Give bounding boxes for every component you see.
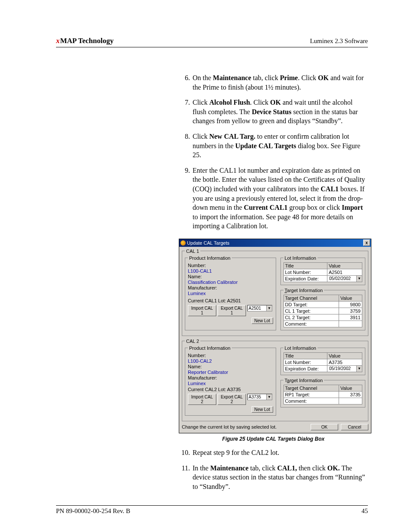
import-cal1-button[interactable]: Import CAL 1 [188, 305, 216, 316]
step-8: 8. Click New CAL Targ. to enter or confi… [179, 132, 368, 160]
cal1-product-number: L100-CAL1 [188, 268, 273, 274]
ok-button[interactable]: OK [311, 424, 338, 430]
cal2-expiration-date[interactable]: 05/19/2002 ▼ [327, 365, 362, 372]
cal2-current-lot: Current CAL2 Lot: A3735 [188, 387, 273, 392]
dialog-hint: Change the current lot by saving selecte… [182, 424, 277, 429]
page-number: 45 [361, 507, 368, 515]
cal1-current-lot: Current CAL1 Lot: A2501 [188, 298, 273, 303]
cal1-product-name: Classification Calibrator [188, 280, 273, 285]
dialog-title: Update CAL Targets [187, 240, 229, 246]
cal2-product-number: L100-CAL2 [188, 358, 273, 364]
close-icon[interactable]: x [363, 240, 370, 246]
cal2-group: CAL 2 Product Information Number: L100-C… [182, 339, 368, 421]
page-footer: PN 89-00002-00-254 Rev. B 45 [56, 505, 368, 515]
new-lot-cal2-button[interactable]: New Lot [252, 406, 273, 413]
chevron-down-icon: ▼ [266, 394, 272, 400]
figure-caption: Figure 25 Update CAL Targets Dialog Box [179, 436, 368, 442]
software-name: Luminex 2.3 Software [310, 37, 368, 45]
cal2-rp1-target[interactable]: 3735 [339, 391, 362, 398]
cal1-target-info: TTarget Informationarget Information Tar… [280, 288, 366, 330]
cal2-product-name: Reporter Calibrator [188, 370, 273, 375]
brand-name: MAP Technology [60, 37, 114, 45]
body-text: 6. On the Maintenance tab, click Prime. … [179, 73, 368, 491]
new-lot-cal1-button[interactable]: New Lot [252, 317, 273, 324]
chevron-down-icon: ▼ [356, 276, 362, 282]
import-cal2-button[interactable]: Import CAL 2 [188, 394, 216, 405]
export-cal1-button[interactable]: Export CAL 1 [218, 305, 246, 316]
brand-prefix: x [56, 37, 60, 45]
cal1-lot-info: Lot Information TitleValue Lot Number:A2… [280, 255, 366, 285]
step-6: 6. On the Maintenance tab, click Prime. … [179, 73, 368, 92]
page-header: xMAP Technology Luminex 2.3 Software [56, 37, 368, 47]
step-9: 9. Enter the CAL1 lot number and expirat… [179, 166, 368, 231]
cal1-group: CAL 1 Product Information Number: L100-C… [182, 249, 368, 336]
cancel-button[interactable]: Cancel [341, 424, 368, 430]
cal1-comment[interactable] [339, 320, 362, 327]
cal1-dd-target[interactable]: 9800 [339, 301, 362, 308]
cal1-manufacturer: Luminex [188, 291, 273, 296]
cal2-lot-info: Lot Information TitleValue Lot Number:A3… [280, 345, 366, 375]
step-7: 7. Click Alcohol Flush. Click OK and wai… [179, 98, 368, 126]
footer-left: PN 89-00002-00-254 Rev. B [56, 507, 130, 515]
cal1-lot-dropdown[interactable]: A2501 ▼ [247, 305, 272, 311]
app-icon [181, 240, 186, 246]
cal1-expiration-date[interactable]: 05/02/2002 ▼ [327, 275, 362, 282]
cal2-lot-dropdown[interactable]: A3735 ▼ [247, 394, 272, 400]
cal1-cl2-target[interactable]: 3911 [339, 314, 362, 320]
dialog-titlebar[interactable]: Update CAL Targets x [179, 239, 371, 247]
cal2-target-info: Target Information Target ChannelValue R… [280, 378, 366, 408]
export-cal2-button[interactable]: Export CAL 2 [218, 394, 246, 405]
chevron-down-icon: ▼ [266, 305, 272, 311]
update-cal-targets-dialog: Update CAL Targets x CAL 1 Product Infor… [179, 239, 371, 433]
chevron-down-icon: ▼ [356, 366, 362, 372]
step-11: 11. In the Maintenance tab, click CAL1, … [179, 464, 368, 492]
cal2-manufacturer: Luminex [188, 381, 273, 386]
cal2-product-info: Product Information Number: L100-CAL2 Na… [185, 345, 276, 416]
cal1-lot-number[interactable]: A2501 [327, 269, 362, 275]
cal2-comment[interactable] [339, 398, 362, 404]
step-10: 10. Repeat step 9 for the CAL2 lot. [179, 448, 368, 457]
cal1-product-info: Product Information Number: L100-CAL1 Na… [185, 255, 276, 330]
cal1-cl1-target[interactable]: 3759 [339, 308, 362, 314]
cal2-lot-number[interactable]: A3735 [327, 359, 362, 365]
